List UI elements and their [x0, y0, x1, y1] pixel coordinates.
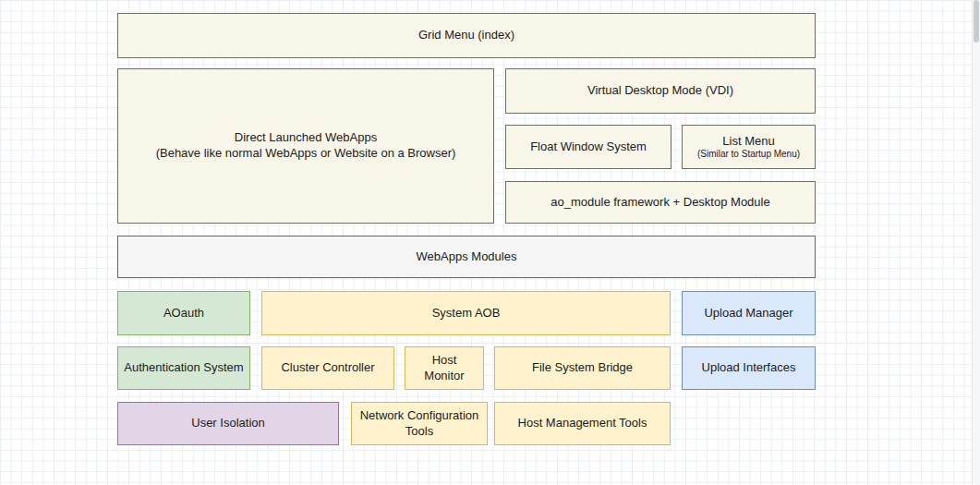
node-user-isolation: User Isolation: [117, 402, 339, 445]
node-float-window-system-label: Float Window System: [530, 139, 647, 155]
scrollbar-track[interactable]: [972, 0, 980, 485]
node-aoauth: AOauth: [117, 291, 250, 335]
node-direct-launched-webapps-line2: (Behave like normal WebApps or Website o…: [156, 146, 456, 162]
diagram-canvas: Grid Menu (index) Direct Launched WebApp…: [0, 0, 980, 485]
node-host-monitor: Host Monitor: [405, 346, 484, 390]
node-webapps-modules: WebApps Modules: [117, 236, 816, 278]
node-authentication-system-label: Authentication System: [124, 360, 243, 376]
node-upload-manager-label: Upload Manager: [704, 306, 792, 321]
node-network-configuration-tools-label: Network Configuration Tools: [357, 408, 481, 440]
node-file-system-bridge: File System Bridge: [494, 346, 671, 390]
node-ao-module-framework-label: ao_module framework + Desktop Module: [550, 195, 769, 211]
node-direct-launched-webapps-line1: Direct Launched WebApps: [235, 130, 377, 146]
scrollbar-thumb[interactable]: [974, 0, 979, 42]
node-network-configuration-tools: Network Configuration Tools: [351, 402, 488, 445]
node-system-aob-label: System AOB: [432, 306, 501, 321]
node-float-window-system: Float Window System: [505, 125, 671, 169]
node-upload-interfaces: Upload Interfaces: [682, 346, 816, 390]
node-list-menu-label: List Menu: [722, 134, 774, 150]
node-host-monitor-label: Host Monitor: [411, 353, 478, 384]
node-webapps-modules-label: WebApps Modules: [417, 249, 517, 265]
node-host-management-tools-label: Host Management Tools: [518, 416, 647, 431]
node-authentication-system: Authentication System: [117, 346, 250, 390]
node-grid-menu: Grid Menu (index): [117, 13, 816, 58]
node-host-management-tools: Host Management Tools: [494, 402, 671, 445]
node-ao-module-framework: ao_module framework + Desktop Module: [505, 181, 816, 224]
node-list-menu: List Menu (Similar to Startup Menu): [682, 125, 816, 169]
node-user-isolation-label: User Isolation: [191, 416, 264, 431]
node-upload-interfaces-label: Upload Interfaces: [702, 360, 796, 376]
node-system-aob: System AOB: [261, 291, 671, 335]
node-cluster-controller: Cluster Controller: [261, 346, 394, 390]
node-file-system-bridge-label: File System Bridge: [532, 360, 633, 376]
node-upload-manager: Upload Manager: [682, 291, 816, 335]
node-cluster-controller-label: Cluster Controller: [281, 360, 374, 376]
node-direct-launched-webapps: Direct Launched WebApps (Behave like nor…: [117, 68, 494, 224]
node-virtual-desktop-mode-label: Virtual Desktop Mode (VDI): [587, 83, 733, 99]
node-aoauth-label: AOauth: [163, 306, 204, 321]
node-virtual-desktop-mode: Virtual Desktop Mode (VDI): [505, 68, 816, 114]
node-grid-menu-label: Grid Menu (index): [418, 28, 514, 43]
node-list-menu-sublabel: (Similar to Startup Menu): [697, 149, 800, 160]
